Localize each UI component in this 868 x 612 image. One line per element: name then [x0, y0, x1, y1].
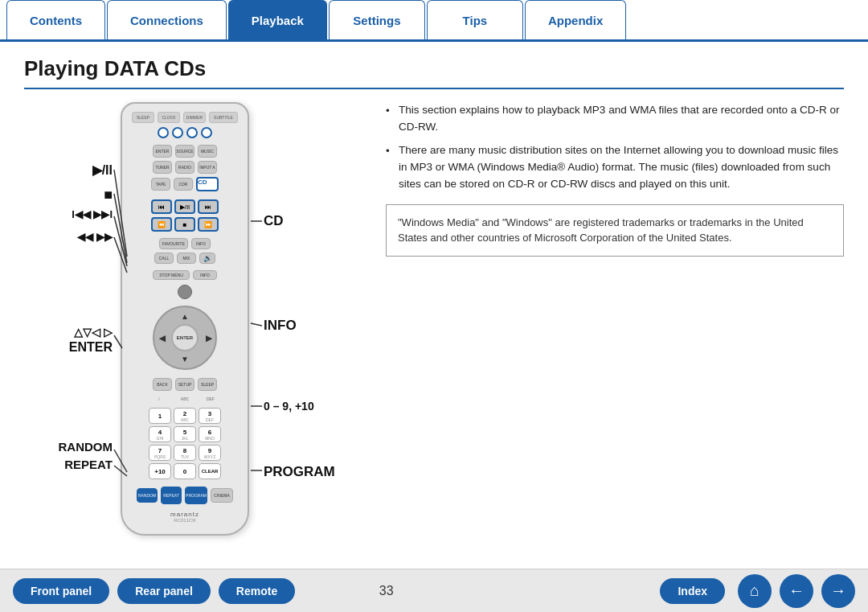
playback-row-1: ⏮ ▶/II ⏭ [151, 199, 219, 214]
index-btn[interactable]: Index [660, 578, 725, 604]
label-skip: I◀◀ ▶▶I [72, 208, 113, 220]
nav-right-arrow[interactable]: ▶ [206, 334, 212, 343]
cinema-btn[interactable]: CINEMA [211, 488, 233, 503]
bullet-dot-2: • [386, 143, 394, 193]
label-numbers: 0 – 9, +10 [264, 400, 314, 413]
mute-row: CALL MIX 🔊 [154, 253, 215, 264]
repeat-btn[interactable]: REPEAT [161, 487, 182, 504]
content-row: ▶/II ■ I◀◀ ▶▶I ◀◀ ▶▶ △▽◁ ▷ ENTER RANDOM … [24, 102, 844, 520]
circle-btn-4[interactable] [201, 127, 212, 138]
play-pause-btn[interactable]: ▶/II [174, 199, 195, 214]
fast-forward-btn[interactable]: ⏭ [198, 199, 219, 214]
music-btn[interactable]: MUSIC [198, 145, 217, 158]
clock-btn[interactable]: CLOCK [158, 112, 180, 123]
label-repeat: REPEAT [64, 458, 113, 471]
tape-row: TAPE CDR CD [151, 177, 219, 191]
skip-fwd-btn[interactable]: ⏩ [198, 217, 219, 232]
rear-panel-btn[interactable]: Rear panel [117, 578, 211, 604]
circle-btn-2[interactable] [172, 127, 183, 138]
num-2[interactable]: 2ABC [174, 408, 196, 424]
remote-btn[interactable]: Remote [219, 578, 295, 604]
label-random: RANDOM [59, 440, 113, 454]
random-btn[interactable]: RANDOM [137, 488, 158, 503]
enter-btn[interactable]: ENTER [153, 145, 172, 158]
circle-btn-1[interactable] [158, 127, 169, 138]
input-a-btn[interactable]: INPUT A [198, 161, 217, 174]
dimmer-btn[interactable]: DIMMER [183, 112, 206, 123]
num-1[interactable]: 1 [149, 408, 171, 424]
remote-body: SLEEP CLOCK DIMMER SUBTITLE ENTE [121, 102, 249, 536]
back-icon-btn[interactable]: ← [780, 574, 813, 608]
bullet-item-2: • There are many music distribution site… [386, 142, 844, 193]
num-6[interactable]: 6MNO [199, 426, 221, 442]
info-text-btn[interactable]: INFO [191, 238, 211, 249]
cdr-btn[interactable]: CDR [174, 178, 193, 191]
front-panel-btn[interactable]: Front panel [13, 578, 109, 604]
clear-btn[interactable]: CLEAR [199, 463, 221, 479]
brand-text: marantz [170, 511, 199, 518]
num-9[interactable]: 9WXYZ [199, 445, 221, 461]
tab-contents[interactable]: Contents [6, 0, 105, 39]
num-8[interactable]: 8TUV [174, 445, 196, 461]
numpad: 1 2ABC 3DEF 4GHI 5JKL [149, 408, 221, 479]
back-btn[interactable]: BACK [153, 378, 172, 391]
playback-row-2: ⏪ ■ ⏩ [151, 217, 219, 232]
rewind-btn[interactable]: ⏮ [151, 199, 172, 214]
num-plus10[interactable]: +10 [149, 463, 171, 479]
stop-btn[interactable]: ■ [174, 217, 195, 232]
bullet-dot-1: • [386, 103, 394, 136]
page-title: Playing DATA CDs [24, 56, 844, 89]
main-content: Playing DATA CDs ▶/II ■ I◀◀ ▶▶I ◀◀ ▶▶ △▽… [0, 42, 868, 520]
nav-circle-outer[interactable]: ▲ ▼ ◀ ▶ ENTER [153, 306, 217, 370]
tab-appendix[interactable]: Appendix [525, 0, 626, 39]
mute-btn[interactable]: MIX [177, 253, 196, 264]
sleep-btn-2[interactable]: SLEEP [198, 378, 217, 391]
fav-row: FAVOURITE INFO [159, 238, 211, 249]
setup-btn[interactable]: SETUP [175, 378, 194, 391]
top-navigation: Contents Connections Playback Settings T… [0, 0, 868, 42]
nav-left-arrow[interactable]: ◀ [159, 334, 166, 343]
tape-btn[interactable]: TAPE [151, 178, 170, 191]
nav-enter-btn[interactable]: ENTER [171, 324, 199, 351]
tab-settings[interactable]: Settings [329, 0, 425, 39]
source-row: ENTER SOURCE MUSIC [153, 145, 217, 158]
num-4[interactable]: 4GHI [149, 426, 171, 442]
bullet-item-1: • This section explains how to playback … [386, 102, 844, 136]
num-3[interactable]: 3DEF [199, 408, 221, 424]
tab-connections[interactable]: Connections [107, 0, 227, 39]
favourite-btn[interactable]: FAVOURITE [159, 238, 188, 249]
num-0[interactable]: 0 [174, 463, 196, 479]
program-btn[interactable]: PROGRAM [185, 487, 207, 504]
sleep-btn[interactable]: SLEEP [132, 112, 154, 123]
remote-control: SLEEP CLOCK DIMMER SUBTITLE ENTE [121, 102, 249, 536]
stop-menu-btn[interactable]: STOP MENU [153, 270, 190, 280]
source-btn[interactable]: SOURCE [175, 145, 194, 158]
stop-menu-row: STOP MENU INFO [153, 270, 217, 280]
bottom-right-btns: ⌂ ← → [738, 574, 855, 608]
text-content: • This section explains how to playback … [386, 102, 844, 520]
radio-btn[interactable]: RADIO [175, 161, 194, 174]
cd-btn[interactable]: CD [196, 177, 219, 191]
forward-icon-btn[interactable]: → [821, 574, 855, 608]
info-btn-2[interactable]: INFO [193, 270, 217, 280]
skip-back-btn[interactable]: ⏪ [151, 217, 172, 232]
num-5[interactable]: 5JKL [174, 426, 196, 442]
right-annotations: CD INFO 0 – 9, +10 PROGRAM [256, 102, 360, 520]
num-7[interactable]: 7PQRS [149, 445, 171, 461]
label-back: ◀◀ ▶▶ [77, 231, 113, 243]
nav-circle[interactable]: ▲ ▼ ◀ ▶ ENTER [153, 306, 217, 370]
subtitle-btn[interactable]: SUBTITLE [209, 112, 238, 123]
tab-playback[interactable]: Playback [228, 0, 327, 39]
nav-down-arrow[interactable]: ▼ [181, 355, 189, 364]
home-btn[interactable]: ⌂ [738, 574, 772, 608]
label-program: PROGRAM [264, 464, 335, 480]
nav-up-arrow[interactable]: ▲ [181, 312, 189, 321]
tuner-row: TUNER RADIO INPUT A [153, 161, 217, 174]
vol-icon-btn[interactable]: 🔊 [199, 253, 215, 264]
tuner-btn[interactable]: TUNER [153, 161, 172, 174]
remote-top-row: SLEEP CLOCK DIMMER SUBTITLE [132, 112, 238, 123]
circle-btn-3[interactable] [186, 127, 198, 138]
bottom-bar: Front panel Rear panel Remote 33 Index ⌂… [0, 569, 868, 612]
call-btn[interactable]: CALL [154, 253, 174, 264]
tab-tips[interactable]: Tips [427, 0, 523, 39]
